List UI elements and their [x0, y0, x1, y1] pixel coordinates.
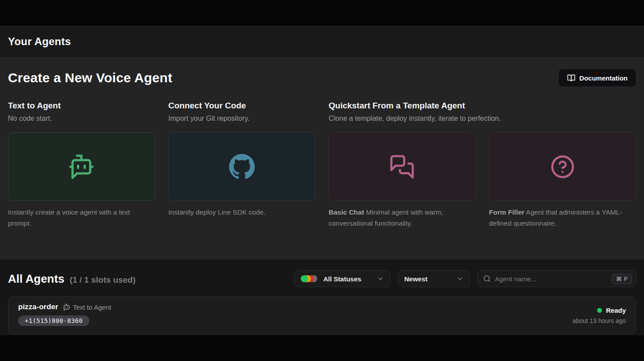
- documentation-button[interactable]: Documentation: [559, 69, 636, 87]
- agent-updated-time: about 13 hours ago: [572, 317, 626, 324]
- create-section-title: Create a New Voice Agent: [8, 70, 172, 85]
- search-icon: [483, 275, 491, 283]
- bottom-letterbox: [0, 335, 644, 361]
- agent-type-badge: Text to Agent: [63, 303, 111, 311]
- agent-row-pizza-order[interactable]: pizza-order Text to Agent +1(515)800-836…: [8, 296, 636, 334]
- column-subtitle: Clone a template, deploy instantly, iter…: [329, 115, 636, 123]
- app-screen: Your Agents Create a New Voice Agent Doc…: [0, 0, 644, 361]
- chevron-down-icon: [377, 275, 384, 282]
- agent-search-input[interactable]: [495, 275, 612, 283]
- top-letterbox: [0, 0, 644, 26]
- agent-status: Ready: [606, 307, 626, 314]
- column-title: Connect Your Code: [169, 101, 316, 111]
- all-agents-section: All Agents (1 / 1 slots used) All Status…: [0, 260, 644, 335]
- slots-used-label: (1 / 1 slots used): [70, 275, 136, 285]
- documentation-label: Documentation: [579, 74, 628, 82]
- github-icon: [229, 154, 255, 180]
- text-to-agent-caption: Instantly create a voice agent with a te…: [8, 207, 155, 229]
- status-dot-icon: [597, 308, 602, 313]
- status-dots-icon: [301, 275, 317, 282]
- template-basic-chat-card[interactable]: [329, 132, 476, 201]
- status-filter-dropdown[interactable]: All Statuses: [294, 270, 391, 287]
- agent-name: pizza-order: [18, 303, 58, 311]
- search-shortcut-badge: ⌘ F: [612, 274, 632, 284]
- column-quickstart-template: Quickstart From a Template Agent Clone a…: [329, 101, 636, 123]
- column-connect-code: Connect Your Code Import your Git reposi…: [169, 101, 316, 123]
- agent-search-box[interactable]: ⌘ F: [477, 270, 636, 287]
- sort-dropdown[interactable]: Newest: [398, 270, 470, 287]
- text-to-agent-card[interactable]: [8, 132, 155, 201]
- column-text-to-agent: Text to Agent No code start.: [8, 101, 155, 123]
- basic-chat-caption: Basic Chat Minimal agent with warm, conv…: [329, 207, 476, 229]
- connect-code-card[interactable]: [169, 132, 316, 201]
- column-title: Text to Agent: [8, 101, 155, 111]
- book-open-icon: [567, 74, 575, 82]
- template-form-filler-card[interactable]: [489, 132, 636, 201]
- form-filler-caption: Form Filler Agent that administers a YAM…: [489, 207, 636, 229]
- all-agents-title: All Agents: [8, 272, 65, 286]
- column-title: Quickstart From a Template Agent: [329, 101, 636, 111]
- status-filter-label: All Statuses: [323, 275, 361, 283]
- chevron-down-icon: [456, 275, 464, 282]
- bot-message-icon: [68, 154, 95, 180]
- agent-phone-badge: +1(515)800-8360: [18, 315, 89, 326]
- question-circle-icon: [550, 154, 575, 179]
- column-subtitle: No code start.: [8, 115, 155, 123]
- page-header: Your Agents: [0, 26, 644, 58]
- template-name: Form Filler: [489, 208, 525, 216]
- template-name: Basic Chat: [329, 208, 364, 216]
- page-title: Your Agents: [8, 35, 71, 48]
- agent-type-label: Text to Agent: [73, 303, 111, 311]
- sort-label: Newest: [404, 275, 428, 283]
- create-options-grid: Text to Agent No code start. Connect You…: [8, 101, 636, 229]
- create-agent-section: Create a New Voice Agent Documentation T…: [0, 58, 644, 260]
- column-subtitle: Import your Git repository.: [169, 115, 316, 123]
- bot-message-icon: [63, 303, 70, 311]
- chat-bubbles-icon: [389, 154, 415, 180]
- connect-code-caption: Instantly deploy Line SDK code.: [169, 207, 316, 229]
